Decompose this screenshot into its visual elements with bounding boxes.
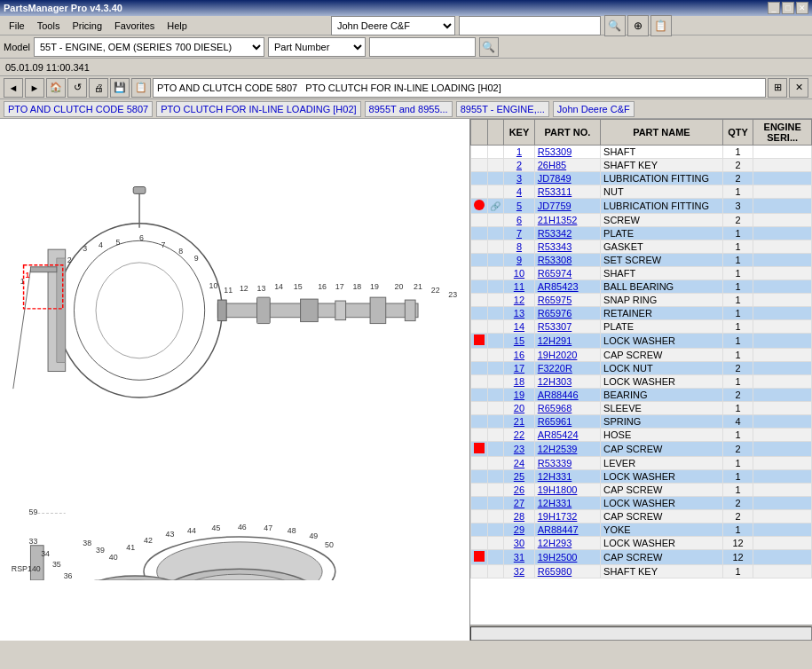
menu-help[interactable]: Help [162, 19, 193, 33]
key-cell[interactable]: 29 [504, 523, 535, 537]
key-cell[interactable]: 28 [504, 510, 535, 523]
partno-cell[interactable]: 12H291 [534, 334, 600, 349]
breadcrumb-1[interactable]: PTO AND CLUTCH CODE 5807 [4, 101, 153, 117]
key-cell[interactable]: 4 [504, 185, 535, 199]
table-row[interactable]: 32 R65980 SHAFT KEY 1 [471, 565, 812, 578]
table-row[interactable]: 31 19H2500 CAP SCREW 12 [471, 550, 812, 565]
table-row[interactable]: 2 26H85 SHAFT KEY 2 [471, 159, 812, 172]
parts-diagram[interactable]: 1 2 3 4 5 6 7 8 9 10 11 12 13 14 15 16 1… [0, 119, 470, 580]
close-button[interactable]: ✕ [796, 2, 808, 14]
partno-cell[interactable]: R65974 [534, 267, 600, 280]
table-row[interactable]: 27 12H331 LOCK WASHER 2 [471, 497, 812, 510]
partno-cell[interactable]: 12H293 [534, 537, 600, 550]
table-row[interactable]: 7 R53342 PLATE 1 [471, 227, 812, 240]
key-cell[interactable]: 31 [504, 550, 535, 565]
nav-reload-button[interactable]: ↺ [67, 78, 87, 98]
key-cell[interactable]: 6 [504, 214, 535, 227]
partno-cell[interactable]: R65968 [534, 402, 600, 415]
key-cell[interactable]: 21 [504, 415, 535, 429]
part-number-input[interactable] [369, 37, 476, 57]
key-cell[interactable]: 2 [504, 159, 535, 172]
partno-cell[interactable]: 19H1732 [534, 510, 600, 523]
key-cell[interactable]: 8 [504, 240, 535, 254]
window-controls[interactable]: _ □ ✕ [768, 2, 808, 14]
table-row[interactable]: 22 AR85424 HOSE 1 [471, 429, 812, 442]
breadcrumb-3[interactable]: 8955T and 8955... [365, 101, 453, 117]
minimize-button[interactable]: _ [768, 2, 780, 14]
menu-pricing[interactable]: Pricing [67, 19, 107, 33]
key-cell[interactable]: 10 [504, 267, 535, 280]
table-row[interactable]: 15 12H291 LOCK WASHER 1 [471, 334, 812, 349]
table-row[interactable]: 10 R65974 SHAFT 1 [471, 267, 812, 280]
part-search-button[interactable]: 🔍 [479, 37, 499, 57]
key-cell[interactable]: 7 [504, 227, 535, 240]
partno-cell[interactable]: AR85423 [534, 280, 600, 294]
table-row[interactable]: 1 R53309 SHAFT 1 [471, 146, 812, 159]
key-cell[interactable]: 16 [504, 349, 535, 362]
key-cell[interactable]: 27 [504, 497, 535, 510]
partno-cell[interactable]: 19H2020 [534, 349, 600, 362]
search-btn-3[interactable]: 📋 [650, 15, 672, 36]
nav-back-button[interactable]: ◄ [4, 78, 23, 98]
table-row[interactable]: 4 R53311 NUT 1 [471, 185, 812, 199]
partno-cell[interactable]: AR88447 [534, 523, 600, 537]
table-row[interactable]: 21 R65961 SPRING 4 [471, 415, 812, 429]
table-row[interactable]: 12 R65975 SNAP RING 1 [471, 294, 812, 307]
key-cell[interactable]: 14 [504, 320, 535, 334]
breadcrumb-4[interactable]: 8955T - ENGINE,... [456, 101, 549, 117]
partno-cell[interactable]: 26H85 [534, 159, 600, 172]
partno-cell[interactable]: 21H1352 [534, 214, 600, 227]
nav-save-button[interactable]: 💾 [110, 78, 130, 98]
key-cell[interactable]: 9 [504, 254, 535, 267]
key-cell[interactable]: 32 [504, 565, 535, 578]
table-row[interactable]: 11 AR85423 BALL BEARING 1 [471, 280, 812, 294]
table-row[interactable]: 25 12H331 LOCK WASHER 1 [471, 470, 812, 484]
nav-forward-button[interactable]: ► [25, 78, 44, 98]
search-btn-1[interactable]: 🔍 [604, 15, 626, 36]
nav-copy-button[interactable]: 📋 [131, 78, 151, 98]
partno-cell[interactable]: R53307 [534, 320, 600, 334]
key-cell[interactable]: 5 [504, 199, 535, 214]
partno-cell[interactable]: JD7849 [534, 172, 600, 185]
maximize-button[interactable]: □ [782, 2, 794, 14]
key-cell[interactable]: 15 [504, 334, 535, 349]
menu-favorites[interactable]: Favorites [109, 19, 160, 33]
key-cell[interactable]: 18 [504, 375, 535, 389]
partno-cell[interactable]: R65976 [534, 307, 600, 320]
partno-cell[interactable]: AR88446 [534, 389, 600, 402]
menu-tools[interactable]: Tools [32, 19, 66, 33]
table-row[interactable]: 26 19H1800 CAP SCREW 1 [471, 484, 812, 497]
path-input[interactable] [153, 78, 766, 98]
breadcrumb-2[interactable]: PTO CLUTCH FOR IN-LINE LOADING [H02] [156, 101, 360, 117]
partno-cell[interactable]: R65961 [534, 415, 600, 429]
table-row[interactable]: 13 R65976 RETAINER 1 [471, 307, 812, 320]
partno-cell[interactable]: 12H303 [534, 375, 600, 389]
partno-cell[interactable]: 19H1800 [534, 484, 600, 497]
table-row[interactable]: 18 12H303 LOCK WASHER 1 [471, 375, 812, 389]
key-cell[interactable]: 12 [504, 294, 535, 307]
table-row[interactable]: 29 AR88447 YOKE 1 [471, 523, 812, 537]
key-cell[interactable]: 13 [504, 307, 535, 320]
parts-table-scroll[interactable]: KEY PART NO. PART NAME QTY ENGINE SERI..… [470, 119, 812, 625]
dealer-select[interactable]: John Deere C&F [331, 16, 455, 35]
menu-file[interactable]: File [4, 19, 30, 33]
key-cell[interactable]: 11 [504, 280, 535, 294]
table-row[interactable]: 16 19H2020 CAP SCREW 1 [471, 349, 812, 362]
table-row[interactable]: 17 F3220R LOCK NUT 2 [471, 362, 812, 375]
key-cell[interactable]: 23 [504, 442, 535, 457]
nav-expand-button[interactable]: ⊞ [768, 78, 787, 98]
partno-cell[interactable]: F3220R [534, 362, 600, 375]
partno-cell[interactable]: R53339 [534, 457, 600, 470]
nav-print-button[interactable]: 🖨 [89, 78, 108, 98]
partno-cell[interactable]: 12H331 [534, 470, 600, 484]
key-cell[interactable]: 1 [504, 146, 535, 159]
partno-cell[interactable]: 12H2539 [534, 442, 600, 457]
table-row[interactable]: 6 21H1352 SCREW 2 [471, 214, 812, 227]
table-row[interactable]: 14 R53307 PLATE 1 [471, 320, 812, 334]
breadcrumb-5[interactable]: John Deere C&F [553, 101, 635, 117]
main-search-input[interactable] [459, 16, 601, 35]
part-type-select[interactable]: Part Number [268, 37, 366, 57]
partno-cell[interactable]: R65975 [534, 294, 600, 307]
partno-cell[interactable]: R53309 [534, 146, 600, 159]
key-cell[interactable]: 30 [504, 537, 535, 550]
